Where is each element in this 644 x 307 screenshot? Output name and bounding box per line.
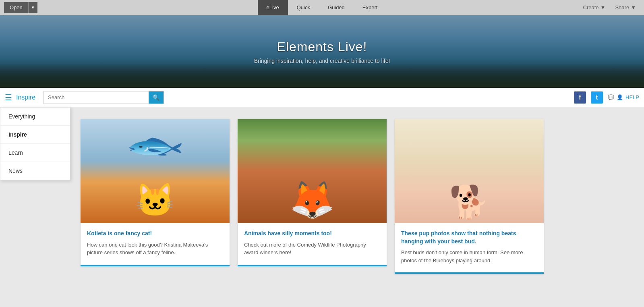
share-arrow-icon: ▼: [631, 4, 636, 10]
hero-banner: Elements Live! Bringing inspiration, hel…: [0, 15, 644, 88]
card-animal[interactable]: Animals have silly moments too! Check ou…: [238, 119, 387, 266]
card-animal-body: Animals have silly moments too! Check ou…: [238, 223, 387, 263]
card-cat[interactable]: Kotleta is one fancy cat! How can one ca…: [81, 119, 230, 266]
toolbar-tabs: eLive Quick Guided Expert: [258, 0, 387, 15]
card-animal-title: Animals have silly moments too!: [244, 230, 380, 238]
help-button[interactable]: 💬 👤 HELP: [608, 94, 639, 100]
card-cat-desc: How can one cat look this good? Kristina…: [87, 241, 223, 257]
main-content: Everything Inspire Learn News Kotleta is…: [0, 107, 644, 307]
card-pups[interactable]: These pup photos show that nothing beats…: [395, 119, 544, 274]
search-button[interactable]: 🔍: [149, 91, 164, 104]
chat-icon: 💬: [608, 94, 614, 100]
dropdown-item-news[interactable]: News: [0, 162, 70, 180]
search-container: 🔍: [43, 91, 164, 104]
user-icon: 👤: [617, 94, 623, 100]
toolbar-left: Open ▼: [4, 2, 37, 13]
card-pups-bar: [395, 272, 544, 274]
create-arrow-icon: ▼: [601, 4, 606, 10]
open-button[interactable]: Open: [4, 2, 28, 13]
inspire-nav-label[interactable]: Inspire: [16, 94, 35, 101]
dropdown-item-inspire[interactable]: Inspire: [0, 126, 70, 144]
cards-area: Kotleta is one fancy cat! How can one ca…: [0, 107, 644, 307]
tab-expert[interactable]: Expert: [354, 0, 387, 15]
card-animal-desc: Check out more of the Comedy Wildlife Ph…: [244, 241, 380, 257]
share-label: Share: [615, 4, 629, 10]
facebook-letter: f: [579, 94, 581, 101]
open-dropdown-button[interactable]: ▼: [28, 2, 37, 13]
hero-title: Elements Live!: [277, 39, 367, 54]
tab-quick[interactable]: Quick: [288, 0, 319, 15]
nav-right-icons: f t 💬 👤 HELP: [574, 91, 639, 104]
secondary-nav: ☰ Inspire 🔍 f t 💬 👤 HELP: [0, 88, 644, 107]
dropdown-item-everything[interactable]: Everything: [0, 108, 70, 126]
card-pups-desc: Best buds don't only come in human form.…: [401, 249, 537, 264]
twitter-letter: t: [596, 94, 598, 101]
card-pups-title: These pup photos show that nothing beats…: [401, 230, 537, 245]
card-cat-body: Kotleta is one fancy cat! How can one ca…: [81, 223, 230, 263]
create-button[interactable]: Create ▼: [579, 3, 610, 12]
tab-guided[interactable]: Guided: [319, 0, 354, 15]
card-animal-image: [238, 119, 387, 223]
tab-elive[interactable]: eLive: [258, 0, 288, 15]
search-icon: 🔍: [153, 94, 159, 101]
hero-subtitle: Bringing inspiration, help, and creative…: [254, 58, 390, 64]
dropdown-menu: Everything Inspire Learn News: [0, 107, 70, 180]
main-toolbar: Open ▼ eLive Quick Guided Expert Create …: [0, 0, 644, 15]
card-cat-image: [81, 119, 230, 223]
facebook-icon[interactable]: f: [574, 91, 586, 104]
create-label: Create: [583, 4, 599, 10]
card-cat-title: Kotleta is one fancy cat!: [87, 230, 223, 238]
twitter-icon[interactable]: t: [591, 91, 603, 104]
card-animal-bar: [238, 265, 387, 266]
card-cat-bar: [81, 265, 230, 266]
dropdown-item-learn[interactable]: Learn: [0, 144, 70, 162]
card-pups-image: [395, 119, 544, 223]
toolbar-right: Create ▼ Share ▼: [579, 3, 640, 12]
share-button[interactable]: Share ▼: [611, 3, 640, 12]
hamburger-icon[interactable]: ☰: [5, 93, 12, 102]
card-pups-body: These pup photos show that nothing beats…: [395, 223, 544, 271]
search-input[interactable]: [44, 92, 149, 103]
help-label: HELP: [625, 94, 639, 100]
